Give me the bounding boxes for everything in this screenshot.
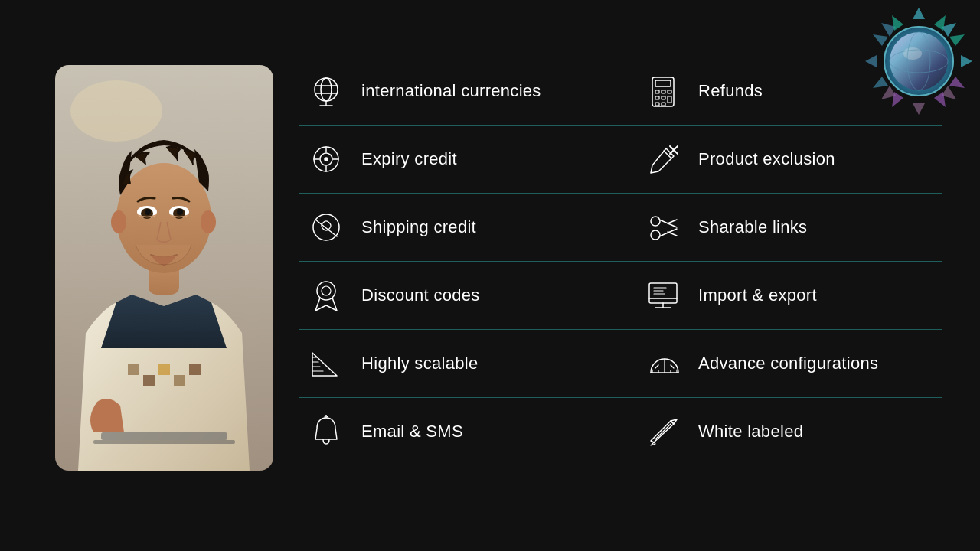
- svg-rect-15: [174, 375, 185, 386]
- feature-label-product-exclusion: Product exclusion: [698, 149, 835, 169]
- svg-line-77: [655, 424, 671, 439]
- feature-label-discount-codes: Discount codes: [361, 285, 480, 305]
- svg-marker-87: [949, 34, 965, 46]
- svg-point-8: [145, 209, 151, 215]
- svg-rect-32: [668, 96, 671, 103]
- svg-line-68: [655, 365, 658, 368]
- pencil-slash-icon: [643, 139, 683, 179]
- feature-advance-configurations: Advance configurations: [620, 330, 942, 398]
- svg-line-51: [668, 220, 677, 223]
- svg-point-96: [903, 47, 922, 60]
- svg-rect-18: [93, 440, 235, 444]
- discount-icon: [306, 276, 346, 315]
- feature-shipping-credit: Shipping credit: [299, 194, 620, 262]
- monitor-icon: [643, 276, 683, 315]
- gear-decoration: [819, 0, 980, 161]
- svg-rect-14: [158, 364, 170, 375]
- svg-rect-29: [668, 90, 671, 93]
- scissors-icon: [643, 207, 683, 247]
- feature-label-sharable-links: Sharable links: [698, 217, 807, 237]
- svg-rect-27: [655, 90, 659, 93]
- svg-rect-26: [655, 80, 671, 86]
- feature-label-expiry-credit: Expiry credit: [361, 149, 457, 169]
- globe-icon: [306, 71, 346, 111]
- feature-email-sms: Email & SMS: [299, 398, 620, 465]
- feature-international-currencies: international currencies: [299, 57, 620, 126]
- svg-point-37: [325, 158, 328, 161]
- svg-marker-82: [913, 103, 925, 115]
- feature-label-international-currencies: international currencies: [361, 81, 541, 101]
- svg-point-11: [201, 210, 216, 233]
- svg-point-47: [651, 217, 660, 226]
- calculator-icon: [643, 71, 683, 111]
- scalable-icon: [306, 344, 346, 383]
- feature-sharable-links: Sharable links: [620, 194, 942, 262]
- feature-discount-codes: Discount codes: [299, 262, 620, 330]
- svg-point-54: [322, 286, 331, 295]
- pen-icon: [643, 412, 683, 452]
- svg-marker-91: [873, 77, 888, 88]
- svg-line-46: [315, 220, 337, 236]
- expiry-icon: [306, 139, 346, 179]
- profile-photo: [55, 65, 273, 471]
- feature-import-export: Import & export: [620, 262, 942, 330]
- svg-point-48: [651, 230, 660, 240]
- feature-label-white-labeled: White labeled: [698, 422, 803, 442]
- svg-line-69: [671, 365, 674, 368]
- svg-rect-33: [655, 103, 659, 106]
- shipping-icon: [306, 207, 346, 247]
- svg-rect-30: [655, 96, 659, 99]
- svg-marker-88: [949, 77, 965, 88]
- feature-white-labeled: White labeled: [620, 398, 942, 465]
- svg-rect-28: [662, 90, 665, 93]
- svg-point-9: [177, 209, 183, 215]
- feature-label-advance-configurations: Advance configurations: [698, 354, 878, 373]
- svg-marker-80: [961, 55, 972, 67]
- svg-line-52: [668, 232, 677, 236]
- svg-marker-92: [873, 34, 888, 46]
- feature-label-email-sms: Email & SMS: [361, 422, 463, 442]
- feature-highly-scalable: Highly scalable: [299, 330, 620, 398]
- feature-label-refunds: Refunds: [698, 81, 763, 101]
- svg-rect-17: [101, 432, 227, 440]
- svg-point-20: [321, 78, 332, 101]
- svg-marker-78: [913, 8, 925, 19]
- svg-rect-13: [143, 375, 155, 386]
- svg-rect-55: [649, 283, 677, 303]
- svg-rect-31: [662, 96, 665, 99]
- svg-point-1: [70, 80, 162, 142]
- svg-point-95: [890, 32, 948, 90]
- svg-point-10: [111, 210, 126, 233]
- svg-point-19: [315, 78, 338, 101]
- feature-expiry-credit: Expiry credit: [299, 126, 620, 194]
- svg-marker-84: [865, 55, 877, 67]
- svg-rect-12: [128, 364, 139, 375]
- svg-point-45: [313, 214, 339, 240]
- feature-label-shipping-credit: Shipping credit: [361, 217, 476, 237]
- svg-rect-16: [189, 364, 201, 375]
- feature-label-highly-scalable: Highly scalable: [361, 354, 478, 373]
- svg-rect-34: [662, 103, 665, 106]
- notification-icon: [306, 412, 346, 452]
- ruler-icon: [643, 344, 683, 383]
- feature-label-import-export: Import & export: [698, 285, 817, 305]
